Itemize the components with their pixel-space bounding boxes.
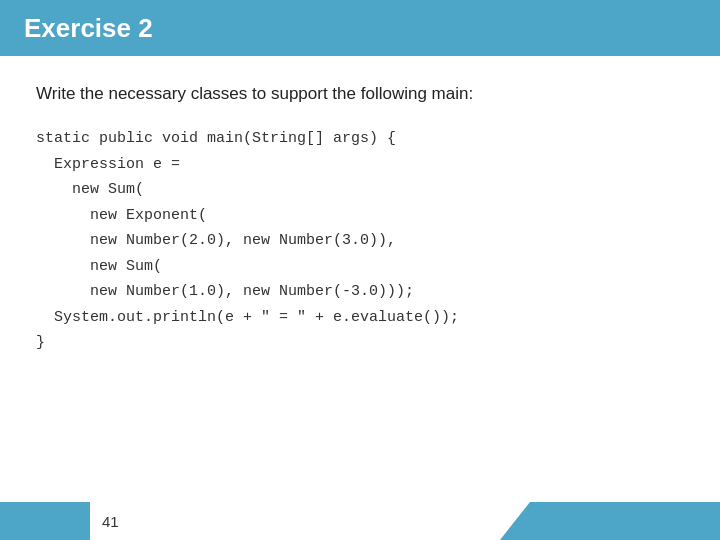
page-number: 41 bbox=[90, 513, 119, 530]
description-text: Write the necessary classes to support t… bbox=[36, 84, 684, 104]
footer: 41 bbox=[0, 502, 720, 540]
footer-left-accent bbox=[0, 502, 90, 540]
code-line-5: new Number(2.0), new Number(3.0)), bbox=[36, 228, 684, 254]
code-line-2: Expression e = bbox=[36, 152, 684, 178]
code-line-1: static public void main(String[] args) { bbox=[36, 126, 684, 152]
code-line-6: new Sum( bbox=[36, 254, 684, 280]
slide-title: Exercise 2 bbox=[24, 13, 153, 44]
code-line-8: System.out.println(e + " = " + e.evaluat… bbox=[36, 305, 684, 331]
code-line-3: new Sum( bbox=[36, 177, 684, 203]
header: Exercise 2 bbox=[0, 0, 720, 56]
footer-right-accent bbox=[500, 502, 720, 540]
code-line-9: } bbox=[36, 330, 684, 356]
main-content: Write the necessary classes to support t… bbox=[0, 56, 720, 376]
code-line-4: new Exponent( bbox=[36, 203, 684, 229]
code-line-7: new Number(1.0), new Number(-3.0))); bbox=[36, 279, 684, 305]
code-block: static public void main(String[] args) {… bbox=[36, 126, 684, 356]
